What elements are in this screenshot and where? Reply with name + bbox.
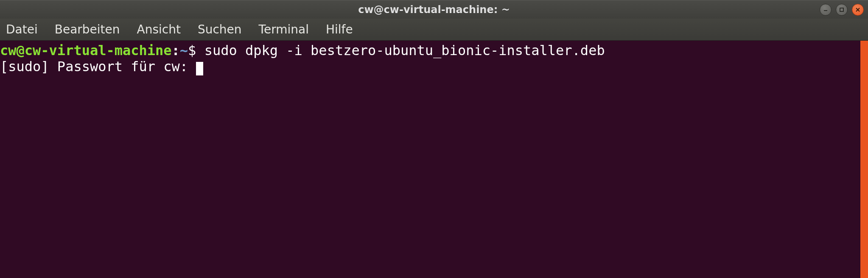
menu-terminal[interactable]: Terminal [256, 22, 311, 37]
svg-rect-1 [840, 8, 843, 11]
window-title: cw@cw-virtual-machine: ~ [358, 4, 510, 16]
command-text: sudo dpkg -i bestzero-ubuntu_bionic-inst… [204, 42, 605, 58]
cursor [196, 62, 203, 75]
prompt-separator: : [172, 42, 180, 58]
menu-ansicht[interactable]: Ansicht [134, 22, 183, 37]
menu-hilfe[interactable]: Hilfe [323, 22, 356, 37]
menubar: Datei Bearbeiten Ansicht Suchen Terminal… [0, 19, 868, 41]
sudo-password-prompt: [sudo] Passwort für cw: [0, 58, 196, 75]
maximize-icon [839, 7, 844, 12]
menu-bearbeiten[interactable]: Bearbeiten [52, 22, 123, 37]
close-button[interactable] [852, 4, 864, 16]
terminal[interactable]: cw@cw-virtual-machine:~$ sudo dpkg -i be… [0, 41, 868, 278]
close-icon [855, 7, 860, 12]
prompt-path: ~ [180, 42, 188, 58]
right-edge-strip [860, 41, 868, 278]
menu-suchen[interactable]: Suchen [195, 22, 244, 37]
minimize-icon [823, 7, 828, 12]
maximize-button[interactable] [836, 4, 848, 16]
prompt-user-host: cw@cw-virtual-machine [0, 42, 172, 58]
prompt-symbol: $ [188, 42, 196, 58]
titlebar: cw@cw-virtual-machine: ~ [0, 0, 868, 19]
window-controls [820, 4, 864, 16]
minimize-button[interactable] [820, 4, 832, 16]
menu-datei[interactable]: Datei [3, 22, 40, 37]
